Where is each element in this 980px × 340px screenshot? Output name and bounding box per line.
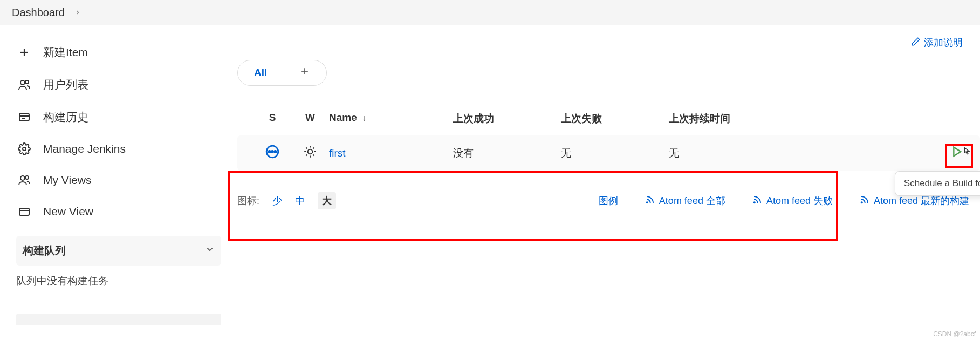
sidebar-item-new[interactable]: 新建Item bbox=[0, 36, 237, 69]
build-tooltip: Schedule a Build for bbox=[895, 171, 980, 196]
svg-point-3 bbox=[25, 80, 29, 84]
svg-point-29 bbox=[754, 202, 755, 203]
chevron-down-icon bbox=[205, 244, 215, 257]
svg-marker-27 bbox=[954, 147, 961, 156]
schedule-build-button[interactable] bbox=[949, 144, 964, 159]
table-row[interactable]: first 没有 无 无 Sc bbox=[237, 135, 980, 171]
gear-icon bbox=[17, 142, 31, 156]
rss-icon bbox=[645, 195, 655, 207]
svg-point-7 bbox=[23, 147, 26, 151]
next-section-bar bbox=[16, 314, 221, 325]
svg-point-15 bbox=[269, 151, 270, 152]
tab-add-button[interactable] bbox=[283, 60, 326, 85]
sidebar-item-manage[interactable]: Manage Jenkins bbox=[0, 133, 237, 165]
svg-point-16 bbox=[271, 151, 273, 152]
size-small-button[interactable]: 少 bbox=[272, 194, 282, 207]
breadcrumb-root[interactable]: Dashboard bbox=[12, 6, 65, 19]
pencil-icon bbox=[911, 37, 921, 49]
main-content: 添加说明 All S W Name ↓ 上次成功 上次失败 上次持续时 bbox=[237, 25, 980, 325]
svg-rect-4 bbox=[19, 113, 29, 121]
size-medium-button[interactable]: 中 bbox=[295, 194, 305, 207]
plus-icon bbox=[17, 45, 31, 59]
status-notbuilt-icon bbox=[265, 145, 279, 159]
icon-size-label: 图标: bbox=[237, 194, 259, 207]
col-header-w[interactable]: W bbox=[291, 112, 329, 126]
add-description-link[interactable]: 添加说明 bbox=[911, 36, 963, 49]
svg-point-17 bbox=[275, 151, 276, 152]
svg-point-8 bbox=[20, 176, 25, 180]
breadcrumb: Dashboard bbox=[0, 0, 980, 25]
sidebar-item-label: 新建Item bbox=[43, 45, 88, 60]
rss-icon bbox=[860, 195, 869, 207]
sidebar-item-newview[interactable]: New View bbox=[0, 196, 237, 227]
atom-feed-latest-link[interactable]: Atom feed 最新的构建 bbox=[860, 194, 969, 207]
chevron-right-icon bbox=[74, 8, 81, 18]
build-queue-header[interactable]: 构建队列 bbox=[16, 236, 221, 266]
users-icon bbox=[17, 173, 31, 187]
col-header-s[interactable]: S bbox=[253, 112, 291, 126]
col-header-success[interactable]: 上次成功 bbox=[453, 112, 561, 126]
jobs-table: S W Name ↓ 上次成功 上次失败 上次持续时间 bbox=[237, 102, 980, 209]
sidebar-item-users[interactable]: 用户列表 bbox=[0, 69, 237, 101]
queue-title: 构建队列 bbox=[23, 243, 66, 258]
table-footer: 图标: 少 中 大 图例 Atom feed 全部 bbox=[237, 171, 980, 209]
build-queue-section: 构建队列 队列中没有构建任务 bbox=[5, 236, 232, 325]
history-icon bbox=[17, 110, 31, 124]
svg-point-28 bbox=[646, 202, 647, 203]
svg-point-2 bbox=[20, 80, 25, 85]
folder-icon bbox=[17, 205, 31, 219]
svg-point-9 bbox=[25, 176, 29, 179]
tab-all[interactable]: All bbox=[238, 62, 283, 84]
sidebar-item-label: Manage Jenkins bbox=[43, 142, 126, 155]
svg-line-24 bbox=[313, 154, 314, 155]
sidebar-item-label: 构建历史 bbox=[43, 110, 88, 125]
job-name-link[interactable]: first bbox=[329, 147, 346, 159]
svg-point-18 bbox=[308, 149, 313, 154]
col-header-name[interactable]: Name ↓ bbox=[329, 112, 453, 126]
watermark: CSDN @?abcf bbox=[933, 330, 976, 338]
svg-line-26 bbox=[313, 147, 314, 148]
cell-last-duration: 无 bbox=[669, 146, 809, 160]
add-description-label: 添加说明 bbox=[924, 36, 963, 49]
sidebar: 新建Item 用户列表 构建历史 Manage Jenkins My Views bbox=[0, 25, 237, 325]
sidebar-item-label: New View bbox=[43, 205, 93, 218]
table-header: S W Name ↓ 上次成功 上次失败 上次持续时间 bbox=[237, 102, 980, 135]
users-icon bbox=[17, 78, 31, 92]
sidebar-item-myviews[interactable]: My Views bbox=[0, 165, 237, 196]
size-large-button[interactable]: 大 bbox=[318, 192, 336, 209]
view-tabs: All bbox=[237, 60, 980, 86]
atom-feed-fail-link[interactable]: Atom feed 失败 bbox=[752, 194, 833, 207]
cell-last-success: 没有 bbox=[453, 146, 561, 160]
queue-empty-text: 队列中没有构建任务 bbox=[16, 266, 221, 295]
sort-down-icon: ↓ bbox=[362, 113, 366, 123]
weather-icon bbox=[303, 145, 317, 159]
rss-icon bbox=[752, 195, 762, 207]
legend-link[interactable]: 图例 bbox=[599, 194, 618, 207]
sidebar-item-label: 用户列表 bbox=[43, 77, 88, 92]
svg-point-30 bbox=[861, 202, 862, 203]
svg-line-23 bbox=[306, 147, 307, 148]
col-header-duration[interactable]: 上次持续时间 bbox=[669, 112, 809, 126]
col-header-fail[interactable]: 上次失败 bbox=[561, 112, 669, 126]
cell-last-fail: 无 bbox=[561, 146, 669, 160]
svg-line-25 bbox=[306, 154, 307, 155]
sidebar-item-history[interactable]: 构建历史 bbox=[0, 101, 237, 133]
atom-feed-all-link[interactable]: Atom feed 全部 bbox=[645, 194, 725, 207]
sidebar-item-label: My Views bbox=[43, 174, 91, 187]
svg-rect-10 bbox=[19, 208, 29, 215]
